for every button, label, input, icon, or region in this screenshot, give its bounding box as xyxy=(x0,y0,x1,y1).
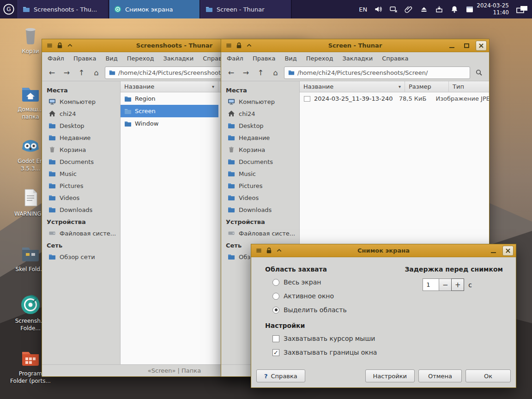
delay-minus-button[interactable]: − xyxy=(439,278,452,291)
forward-button[interactable]: → xyxy=(240,66,252,79)
checkbox-capture-cursor[interactable]: Захватывать курсор мыши xyxy=(272,335,375,342)
menu-edit[interactable]: Правка xyxy=(253,55,275,62)
calendar-icon xyxy=(466,5,474,13)
delay-plus-button[interactable]: + xyxy=(451,278,464,291)
trash-icon xyxy=(228,146,235,153)
lock-icon[interactable] xyxy=(234,41,244,51)
file-row[interactable]: 2024-03-25_11-39-13-240.jpg 78,5 КиБ Изо… xyxy=(300,92,489,105)
menu-file[interactable]: Файл xyxy=(227,55,243,62)
help-button[interactable]: ? Справка xyxy=(256,369,305,382)
menu-edit[interactable]: Правка xyxy=(73,55,96,62)
up-button[interactable]: ↑ xyxy=(75,66,88,79)
menu-bookmarks[interactable]: Закладки xyxy=(163,55,193,62)
column-header-name[interactable]: Название▾ xyxy=(121,81,218,92)
sidebar-item-music[interactable]: Music xyxy=(42,168,120,180)
titlebar[interactable]: Снимок экрана × xyxy=(251,244,516,257)
shade-icon[interactable] xyxy=(274,246,284,256)
menu-go[interactable]: Переход xyxy=(306,55,333,62)
home-button[interactable]: ⌂ xyxy=(90,66,103,79)
close-button[interactable]: × xyxy=(476,41,487,51)
sidebar-item-chi24[interactable]: chi24 xyxy=(42,108,120,120)
delay-input[interactable]: 1 xyxy=(423,278,439,291)
shade-icon[interactable] xyxy=(244,41,254,51)
sidebar-item-trash[interactable]: Корзина xyxy=(221,144,299,156)
menu-help[interactable]: Справка xyxy=(382,55,408,62)
shade-icon[interactable] xyxy=(65,41,75,51)
sidebar-item-filesystem[interactable]: Файловая систе... xyxy=(42,227,120,239)
sidebar-item-documents[interactable]: Documents xyxy=(221,156,299,168)
touchpad-icon[interactable] xyxy=(389,5,398,13)
keyboard-layout-indicator[interactable]: EN xyxy=(359,6,367,13)
sidebar-item-chi24[interactable]: chi24 xyxy=(221,108,299,120)
forward-button[interactable]: → xyxy=(60,66,73,79)
volume-icon[interactable] xyxy=(374,5,382,13)
radio-full-screen[interactable]: Весь экран xyxy=(272,278,321,286)
sidebar-item-recent[interactable]: Недавние xyxy=(42,132,120,144)
back-button[interactable]: ← xyxy=(46,66,58,79)
column-header-size[interactable]: Размер xyxy=(405,81,449,92)
cancel-button[interactable]: Отмена xyxy=(418,369,462,382)
sidebar-item-music[interactable]: Music xyxy=(221,168,299,180)
radio-label: Весь экран xyxy=(284,278,321,286)
clipboard-paperclip-icon[interactable] xyxy=(405,5,413,13)
titlebar[interactable]: Screen - Thunar × xyxy=(221,39,489,52)
lock-icon[interactable] xyxy=(54,41,65,51)
sidebar-item-videos[interactable]: Videos xyxy=(221,192,299,204)
folder-icon xyxy=(228,182,235,189)
minimize-button[interactable] xyxy=(488,246,499,256)
minimize-button[interactable] xyxy=(446,41,457,51)
home-button[interactable]: ⌂ xyxy=(269,66,282,79)
sidebar-item-documents[interactable]: Documents xyxy=(42,156,120,168)
radio-select-region[interactable]: Выделить область xyxy=(272,306,347,314)
window-menu-icon[interactable] xyxy=(224,41,234,51)
eject-icon[interactable] xyxy=(420,5,428,13)
sidebar-item-desktop[interactable]: Desktop xyxy=(42,120,120,132)
sidebar-item-pictures[interactable]: Pictures xyxy=(221,180,299,192)
ok-button[interactable]: Ок xyxy=(466,369,511,382)
lock-icon[interactable] xyxy=(264,246,274,256)
checkbox-capture-borders[interactable]: Захватывать границы окна xyxy=(272,349,377,356)
menu-view[interactable]: Вид xyxy=(105,55,117,62)
task-label: Снимок экрана xyxy=(125,6,173,13)
sidebar-item-computer[interactable]: Компьютер xyxy=(42,96,120,108)
sidebar-item-downloads[interactable]: Downloads xyxy=(42,204,120,216)
sidebar-item-recent[interactable]: Недавние xyxy=(221,132,299,144)
sidebar-item-trash[interactable]: Корзина xyxy=(42,144,120,156)
sidebar-item-downloads[interactable]: Downloads xyxy=(221,204,299,216)
menu-view[interactable]: Вид xyxy=(284,55,296,62)
folder-icon xyxy=(48,194,56,201)
sidebar-item-videos[interactable]: Videos xyxy=(42,192,120,204)
places-header: Места xyxy=(221,84,299,96)
preferences-button[interactable]: Настройки xyxy=(365,369,415,382)
window-menu-icon[interactable] xyxy=(254,246,264,256)
taskbar-item-screenshoots[interactable]: Screenshoots - Thu... xyxy=(18,0,109,18)
sidebar-item-network[interactable]: Обзор сети xyxy=(42,251,120,263)
icon-label: Корзи xyxy=(22,48,39,54)
notifications-bell-icon[interactable] xyxy=(450,5,459,13)
workspace-switcher-icon[interactable] xyxy=(516,5,528,14)
radio-active-window[interactable]: Активное окно xyxy=(272,292,334,300)
checkbox-icon xyxy=(272,335,279,342)
taskbar-item-screenshot-tool[interactable]: Снимок экрана xyxy=(109,0,200,18)
app-menu-button[interactable]: G xyxy=(0,0,18,18)
sidebar-item-desktop[interactable]: Desktop xyxy=(221,120,299,132)
menu-go[interactable]: Переход xyxy=(127,55,154,62)
install-box-icon[interactable] xyxy=(435,5,443,13)
path-field[interactable]: /home/chi24/Pictures/Screenshoots/Screen… xyxy=(284,66,470,79)
column-header-name[interactable]: Название▾ xyxy=(300,81,405,92)
sidebar-item-pictures[interactable]: Pictures xyxy=(42,180,120,192)
column-header-type[interactable]: Тип xyxy=(449,81,489,92)
dialog-title: Снимок экрана xyxy=(279,247,488,254)
menu-file[interactable]: Файл xyxy=(48,55,64,62)
menu-bookmarks[interactable]: Закладки xyxy=(342,55,373,62)
maximize-button[interactable] xyxy=(461,41,472,51)
window-menu-icon[interactable] xyxy=(44,41,54,51)
taskbar-item-screen[interactable]: Screen - Thunar xyxy=(200,0,292,18)
sidebar-item-filesystem[interactable]: Файловая систе... xyxy=(221,227,299,239)
search-button[interactable] xyxy=(472,66,485,79)
close-button[interactable]: × xyxy=(502,246,514,256)
clock-widget[interactable]: 2024-03-25 11:40 xyxy=(466,2,509,16)
sidebar-item-computer[interactable]: Компьютер xyxy=(221,96,299,108)
up-button[interactable]: ↑ xyxy=(254,66,267,79)
back-button[interactable]: ← xyxy=(225,66,237,79)
